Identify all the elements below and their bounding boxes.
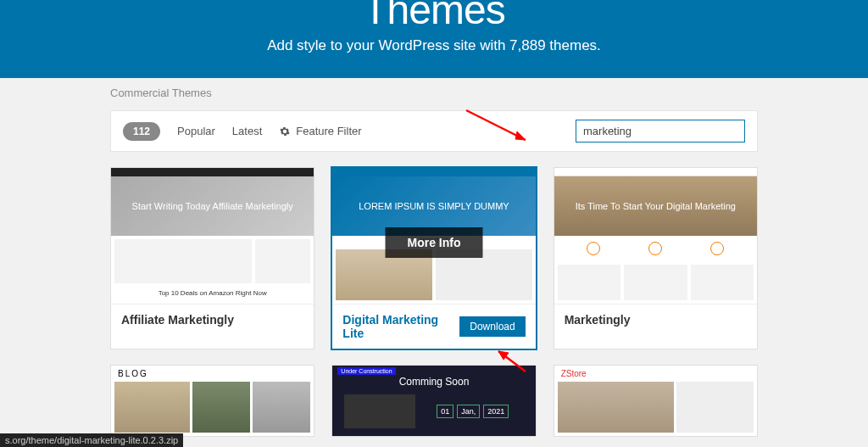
theme-card[interactable]: ZStore: [554, 365, 758, 437]
svg-marker-1: [515, 131, 526, 140]
commercial-themes-link[interactable]: Commercial Themes: [110, 87, 212, 99]
themes-grid-row2: BLOG Under Construction Comming Soon 01 …: [110, 365, 758, 437]
thumb-hero-text: Its Time To Start Your Digital Marketing: [554, 176, 757, 236]
annotation-arrow-icon: [458, 102, 542, 148]
theme-thumbnail: Start Writing Today Affiliate Marketingl…: [111, 168, 314, 304]
theme-title: Marketingly: [565, 313, 631, 327]
theme-thumbnail: Its Time To Start Your Digital Marketing: [554, 168, 757, 304]
thumb-logo: ZStore: [554, 366, 757, 382]
hero-banner: Themes Add style to your WordPress site …: [0, 0, 868, 78]
filter-bar: 112 Popular Latest Feature Filter: [110, 110, 758, 152]
theme-title: Digital Marketing Lite: [342, 313, 459, 340]
theme-card[interactable]: LOREM IPSUM IS SIMPLY DUMMY ABOUT US Mor…: [331, 167, 536, 349]
thumb-hero-text: Start Writing Today Affiliate Marketingl…: [111, 176, 314, 236]
feature-filter-button[interactable]: Feature Filter: [279, 125, 361, 137]
page-subtitle: Add style to your WordPress site with 7,…: [0, 37, 868, 54]
themes-grid: Start Writing Today Affiliate Marketingl…: [110, 167, 758, 349]
search-input[interactable]: [576, 120, 745, 142]
status-bar: s.org/theme/digital-marketing-lite.0.2.3…: [0, 433, 183, 447]
more-info-button[interactable]: More Info: [385, 227, 482, 258]
theme-card[interactable]: Start Writing Today Affiliate Marketingl…: [110, 167, 314, 349]
feature-filter-label: Feature Filter: [296, 125, 361, 137]
download-button[interactable]: Download: [459, 316, 525, 337]
theme-card[interactable]: BLOG: [110, 365, 314, 437]
thumb-logo: BLOG: [111, 366, 314, 382]
tab-popular[interactable]: Popular: [177, 125, 215, 137]
result-count-badge: 112: [123, 122, 160, 141]
theme-card[interactable]: Its Time To Start Your Digital Marketing…: [554, 167, 758, 349]
page-title: Themes: [0, 0, 868, 31]
sub-nav: Commercial Themes: [0, 78, 868, 100]
under-construction-label: Under Construction: [337, 367, 395, 375]
theme-title: Affiliate Marketingly: [121, 313, 234, 327]
gear-icon: [279, 126, 291, 137]
tab-latest[interactable]: Latest: [232, 125, 262, 137]
annotation-arrow-icon: [492, 346, 534, 376]
